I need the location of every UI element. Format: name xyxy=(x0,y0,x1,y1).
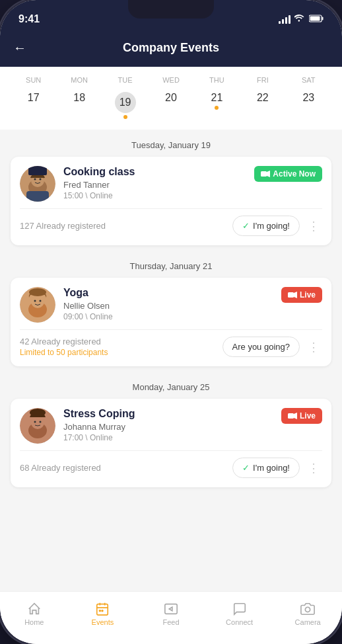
day-sun: SUN xyxy=(11,76,56,84)
svg-marker-27 xyxy=(294,413,297,419)
registered-count-stress: 68 Already registered xyxy=(20,463,101,473)
limited-text-yoga: Limited to 50 participants xyxy=(20,348,108,357)
im-going-button-stress[interactable]: ✓ I'm going! xyxy=(232,458,300,478)
event-host-cooking: Fred Tanner xyxy=(63,180,246,190)
im-going-button-cooking[interactable]: ✓ I'm going! xyxy=(232,216,300,236)
date-header-tuesday: Tuesday, January 19 xyxy=(0,130,342,157)
nav-events-label: Events xyxy=(92,618,114,626)
event-card-cooking-class: Cooking class Fred Tanner 15:00 \ Online… xyxy=(11,157,331,245)
svg-rect-2 xyxy=(310,16,320,20)
event-card-bottom-yoga: 42 Already registered Limited to 50 part… xyxy=(20,329,322,357)
registered-info-yoga: 42 Already registered Limited to 50 part… xyxy=(20,337,108,357)
status-icons xyxy=(279,15,324,24)
nav-home[interactable]: Home xyxy=(15,602,54,626)
calendar-date-20[interactable]: 20 xyxy=(148,89,193,122)
nav-connect-label: Connect xyxy=(226,618,253,626)
calendar-dates: 17 18 19 20 21 xyxy=(11,89,331,122)
event-card-stress-coping: Stress Coping Johanna Murray 17:00 \ Onl… xyxy=(11,399,331,487)
registered-count-yoga: 42 Already registered xyxy=(20,337,108,346)
wifi-icon xyxy=(294,15,305,24)
app-header: ← Company Events xyxy=(0,33,342,67)
svg-marker-11 xyxy=(267,171,270,177)
event-info-stress: Stress Coping Johanna Murray 17:00 \ Onl… xyxy=(63,408,273,442)
svg-rect-31 xyxy=(165,604,177,614)
more-options-cooking[interactable]: ⋮ xyxy=(305,218,322,235)
date-header-monday: Monday, January 25 xyxy=(0,372,342,399)
bottom-navigation: Home Events Feed xyxy=(0,591,342,644)
day-thu: THU xyxy=(194,76,240,84)
event-host-yoga: Nellie Olsen xyxy=(63,301,273,311)
calendar-day-names: SUN MON TUE WED THU FRI SAT xyxy=(11,76,331,84)
signal-icon xyxy=(279,15,291,24)
svg-point-7 xyxy=(40,179,42,181)
svg-point-29 xyxy=(100,610,101,612)
are-you-going-button-yoga[interactable]: Are you going? xyxy=(222,337,300,357)
calendar-date-19[interactable]: 19 xyxy=(102,89,148,122)
event-time-cooking: 15:00 \ Online xyxy=(63,191,246,200)
event-action-stress: ✓ I'm going! ⋮ xyxy=(232,458,322,478)
day-fri: FRI xyxy=(240,76,285,84)
event-title-cooking: Cooking class xyxy=(63,166,246,178)
svg-point-30 xyxy=(102,610,103,612)
calendar-date-23[interactable]: 23 xyxy=(286,89,331,122)
live-badge-stress: Live xyxy=(281,408,322,424)
svg-rect-26 xyxy=(288,413,294,419)
day-tue: TUE xyxy=(102,76,148,84)
nav-camera[interactable]: Camera xyxy=(288,602,327,626)
nav-feed[interactable]: Feed xyxy=(151,602,191,626)
page-title: Company Events xyxy=(123,41,219,55)
events-content: Tuesday, January 19 xyxy=(0,130,342,545)
phone-screen: 9:41 xyxy=(0,0,342,644)
date-header-thursday: Thursday, January 21 xyxy=(0,251,342,278)
event-info-cooking: Cooking class Fred Tanner 15:00 \ Online xyxy=(63,166,246,200)
svg-rect-1 xyxy=(322,17,324,20)
calendar-date-17[interactable]: 17 xyxy=(11,89,56,122)
event-card-top: Cooking class Fred Tanner 15:00 \ Online… xyxy=(20,166,322,202)
svg-point-22 xyxy=(31,416,44,429)
nav-camera-label: Camera xyxy=(295,618,321,626)
svg-point-14 xyxy=(31,295,44,308)
event-avatar-cooking xyxy=(20,166,55,202)
nav-events[interactable]: Events xyxy=(83,602,122,626)
event-info-yoga: Yoga Nellie Olsen 09:00 \ Online xyxy=(63,287,273,321)
svg-point-16 xyxy=(40,300,42,302)
battery-icon xyxy=(309,15,324,24)
registered-info-stress: 68 Already registered xyxy=(20,463,101,473)
calendar-date-21[interactable]: 21 xyxy=(194,89,240,122)
svg-point-32 xyxy=(306,607,310,612)
calendar-date-22[interactable]: 22 xyxy=(240,89,285,122)
event-time-stress: 17:00 \ Online xyxy=(63,433,273,442)
event-action-cooking: ✓ I'm going! ⋮ xyxy=(232,216,322,236)
event-time-yoga: 09:00 \ Online xyxy=(63,312,273,321)
day-sat: SAT xyxy=(286,76,331,84)
svg-rect-28 xyxy=(97,604,108,616)
event-card-yoga: Yoga Nellie Olsen 09:00 \ Online Live xyxy=(11,278,331,366)
phone-frame: 9:41 xyxy=(0,0,342,644)
registered-count-cooking: 127 Already registered xyxy=(20,221,106,231)
active-badge-cooking: Active Now xyxy=(254,166,322,182)
nav-feed-label: Feed xyxy=(162,618,179,626)
registered-info-cooking: 127 Already registered xyxy=(20,221,106,231)
event-card-top-stress: Stress Coping Johanna Murray 17:00 \ Onl… xyxy=(20,408,322,444)
check-icon: ✓ xyxy=(242,221,250,231)
back-button[interactable]: ← xyxy=(13,40,26,56)
more-options-yoga[interactable]: ⋮ xyxy=(305,339,322,356)
more-options-stress[interactable]: ⋮ xyxy=(305,460,322,477)
svg-marker-19 xyxy=(294,292,297,298)
svg-point-23 xyxy=(34,421,36,423)
event-avatar-stress xyxy=(20,408,55,444)
event-card-bottom-cooking: 127 Already registered ✓ I'm going! ⋮ xyxy=(20,208,322,236)
nav-home-label: Home xyxy=(24,618,44,626)
svg-point-24 xyxy=(40,421,42,423)
event-title-stress: Stress Coping xyxy=(63,408,273,420)
check-icon-stress: ✓ xyxy=(242,463,250,473)
calendar-date-18[interactable]: 18 xyxy=(56,89,102,122)
calendar: SUN MON TUE WED THU FRI SAT 17 18 19 xyxy=(0,67,342,130)
notch xyxy=(128,0,214,19)
live-badge-yoga: Live xyxy=(281,287,322,303)
event-card-bottom-stress: 68 Already registered ✓ I'm going! ⋮ xyxy=(20,450,322,478)
day-mon: MON xyxy=(56,76,102,84)
nav-connect[interactable]: Connect xyxy=(220,602,259,626)
svg-rect-10 xyxy=(261,171,267,177)
event-avatar-yoga xyxy=(20,287,55,323)
